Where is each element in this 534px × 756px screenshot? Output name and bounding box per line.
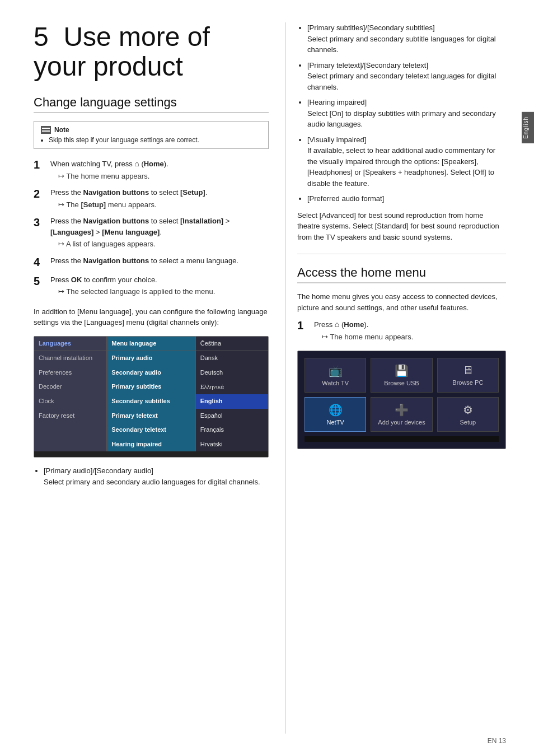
page-footer: EN 13 bbox=[488, 737, 506, 745]
preferred-audio-text: Select [Advanced] for best sound reprodu… bbox=[297, 210, 506, 243]
note-box: Note Skip this step if your language set… bbox=[34, 121, 269, 149]
watch-tv-icon: 📺 bbox=[329, 364, 343, 377]
home-menu-nettv: 🌐 NetTV bbox=[305, 397, 366, 432]
bullet-list-left: [Primary audio]/[Secondary audio] Select… bbox=[34, 465, 269, 487]
step5-arrow: The selected language is applied to the … bbox=[50, 286, 269, 297]
browse-usb-icon: 💾 bbox=[395, 364, 409, 377]
step-1: 1 When watching TV, press ⌂ (Home). The … bbox=[34, 158, 269, 182]
home-menu-browse-pc: 🖥 Browse PC bbox=[437, 358, 499, 393]
step3-arrow: A list of languages appears. bbox=[50, 239, 269, 250]
note-header-label: Note bbox=[54, 126, 69, 134]
home-menu-grid: 📺 Watch TV 💾 Browse USB 🖥 Browse PC 🌐 Ne… bbox=[305, 358, 499, 432]
home-menu-screenshot: 📺 Watch TV 💾 Browse USB 🖥 Browse PC 🌐 Ne… bbox=[297, 351, 506, 449]
browse-pc-icon: 🖥 bbox=[462, 364, 474, 377]
step-5: 5 Press OK to confirm your choice. The s… bbox=[34, 274, 269, 297]
home-menu-setup: ⚙ Setup bbox=[437, 397, 499, 432]
add-devices-icon: ➕ bbox=[395, 403, 409, 417]
bullet-visually-impaired: [Visually impaired] If available, select… bbox=[307, 134, 506, 189]
chapter-title: 5 Use more ofyour product bbox=[34, 22, 269, 82]
home-menu-add-devices: ➕ Add your devices bbox=[371, 397, 432, 432]
bullet-primary-audio: [Primary audio]/[Secondary audio] Select… bbox=[44, 465, 269, 487]
browse-pc-label: Browse PC bbox=[452, 379, 483, 386]
note-text: Skip this step if your language settings… bbox=[49, 136, 261, 144]
step1-arrow: The home menu appears. bbox=[50, 171, 269, 182]
step-3: 3 Press the Navigation buttons to select… bbox=[34, 216, 269, 250]
bullet-preferred-audio: [Preferred audio format] bbox=[307, 193, 506, 204]
bullet-list-right: [Primary subtitles]/[Secondary subtitles… bbox=[297, 22, 506, 204]
section3-body: The home menu gives you easy access to c… bbox=[297, 291, 506, 313]
body-text-1: In addition to [Menu language], you can … bbox=[34, 306, 269, 328]
bullet-primary-teletext: [Primary teletext]/[Secondary teletext] … bbox=[307, 60, 506, 93]
setup-label: Setup bbox=[460, 419, 476, 426]
step-4: 4 Press the Navigation buttons to select… bbox=[34, 255, 269, 269]
section1-title: Change language settings bbox=[34, 95, 269, 113]
language-table: Languages Menu language Čeština Channel … bbox=[34, 336, 269, 458]
home-menu-browse-usb: 💾 Browse USB bbox=[371, 358, 432, 393]
bullet-primary-subtitles: [Primary subtitles]/[Secondary subtitles… bbox=[307, 22, 506, 55]
section3-step1: 1 Press ⌂ (Home). The home menu appears. bbox=[297, 319, 506, 343]
home-menu-watch-tv: 📺 Watch TV bbox=[305, 358, 366, 393]
watch-tv-label: Watch TV bbox=[322, 380, 349, 386]
nettv-icon: 🌐 bbox=[329, 403, 343, 417]
bullet-hearing-impaired: [Hearing impaired] Select [On] to displa… bbox=[307, 97, 506, 130]
section3-step1-arrow: The home menu appears. bbox=[314, 332, 506, 343]
step2-arrow: The [Setup] menu appears. bbox=[50, 199, 269, 211]
note-icon bbox=[41, 126, 51, 134]
side-tab-english: English bbox=[522, 112, 534, 143]
steps-list: 1 When watching TV, press ⌂ (Home). The … bbox=[34, 158, 269, 297]
add-devices-label: Add your devices bbox=[378, 419, 425, 426]
nettv-label: NetTV bbox=[327, 419, 344, 426]
setup-icon: ⚙ bbox=[463, 403, 473, 417]
home-menu-bar bbox=[305, 436, 499, 442]
browse-usb-label: Browse USB bbox=[384, 380, 419, 386]
step-2: 2 Press the Navigation buttons to select… bbox=[34, 187, 269, 210]
divider bbox=[297, 254, 506, 254]
section3-title: Access the home menu bbox=[297, 265, 506, 283]
